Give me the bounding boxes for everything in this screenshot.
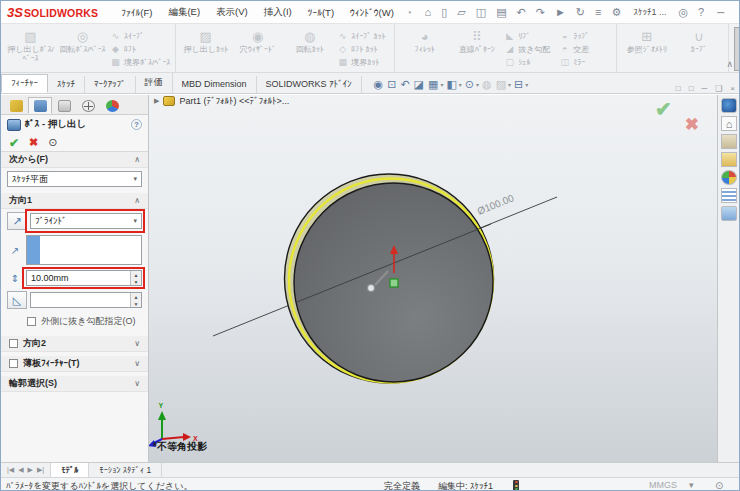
menu-tools[interactable]: ﾂｰﾙ(T)	[301, 4, 341, 21]
thin-feature-section-header[interactable]: 薄板ﾌｨｰﾁｬｰ(T) ∨	[1, 356, 148, 372]
nav-last-icon[interactable]: ▶|	[37, 466, 44, 474]
menu-insert[interactable]: 挿入(I)	[257, 3, 299, 22]
menu-view[interactable]: 表示(V)	[209, 3, 255, 22]
end-condition-combo[interactable]: ﾌﾞﾗｲﾝﾄﾞ ▾	[30, 213, 142, 229]
view-settings-dropdown-icon[interactable]: ▾	[525, 81, 528, 88]
draft-angle-spinner[interactable]: ▲▼	[30, 292, 142, 308]
revolve-boss-button[interactable]: ◎ 回転ﾎﾞｽ/ﾍﾞｰｽ	[58, 27, 107, 71]
menu-edit[interactable]: 編集(E)	[161, 3, 207, 22]
selected-contours-section-header[interactable]: 輪郭選択(S) ∨	[1, 376, 148, 392]
select-icon[interactable]: ►	[551, 5, 570, 19]
instant3d-button[interactable]: ⇲ Instant3D	[734, 27, 740, 71]
tab-motion-study[interactable]: ﾓｰｼｮﾝ ｽﾀﾃﾞｨ 1	[89, 463, 162, 477]
shell-button[interactable]: ▢ｼｪﾙ	[504, 56, 556, 68]
home-taskpane-icon[interactable]: ⌂	[721, 116, 737, 131]
extrude-cut-button[interactable]: ▨ 押し出しｶｯﾄ	[181, 27, 230, 71]
mirror-button[interactable]: ◫ﾐﾗｰ	[559, 56, 611, 68]
zoom-to-area-icon[interactable]: ⊡	[387, 78, 396, 91]
flyout-expand-icon[interactable]: ▶	[154, 97, 159, 105]
previous-view-icon[interactable]: ↶	[400, 78, 409, 91]
tab-evaluate[interactable]: 評価	[136, 73, 173, 93]
tab-configurationmanager[interactable]	[52, 97, 76, 114]
apply-scene-dropdown-icon[interactable]: ▾	[508, 81, 511, 88]
tab-propertymanager[interactable]	[28, 97, 52, 114]
loft-button[interactable]: ◆ﾛﾌﾄ	[110, 43, 170, 55]
hole-wizard-button[interactable]: ◉ 穴ｳｨｻﾞｰﾄﾞ	[233, 27, 282, 71]
doc-window-next-icon[interactable]: □	[685, 84, 698, 93]
view-settings-icon[interactable]: ⊟	[514, 78, 523, 91]
tab-mbd-dimension[interactable]: MBD Dimension	[173, 76, 257, 93]
user-account-icon[interactable]: ◎	[674, 5, 692, 20]
appearances-scenes-icon[interactable]	[721, 170, 737, 185]
flyout-tree-label[interactable]: Part1 (ﾃﾞﾌｫﾙﾄ) <<ﾃﾞﾌｫﾙﾄ>...	[179, 96, 289, 106]
ribbon-collapse-icon[interactable]: ∧	[726, 59, 733, 69]
apply-scene-icon[interactable]: ▨	[496, 78, 506, 91]
direction2-section-header[interactable]: 方向2 ∨	[1, 336, 148, 352]
draft-outward-checkbox[interactable]	[27, 317, 36, 326]
depth-spin-buttons[interactable]: ▲▼	[130, 271, 141, 285]
nav-prev-icon[interactable]: ◀	[18, 466, 23, 474]
doc-close-icon[interactable]: ×	[726, 84, 739, 93]
preview-eye-icon[interactable]: ⊙	[48, 136, 57, 149]
tab-displaymanager[interactable]	[100, 97, 124, 114]
menu-window[interactable]: ｳｨﾝﾄﾞｳ(W)	[343, 4, 401, 21]
rib-button[interactable]: ◣ﾘﾌﾞ	[504, 30, 556, 42]
flyout-feature-tree[interactable]: ▶ Part1 (ﾃﾞﾌｫﾙﾄ) <<ﾃﾞﾌｫﾙﾄ>...	[154, 96, 289, 106]
tab-markup[interactable]: ﾏｰｸｱｯﾌﾟ	[85, 76, 136, 93]
rebuild-icon[interactable]: ↻	[572, 5, 589, 20]
draft-toggle-button[interactable]: ◺	[7, 291, 27, 309]
reverse-direction-button[interactable]: ↗	[7, 212, 27, 230]
intersect-button[interactable]: ◓交差	[559, 43, 611, 55]
display-style-icon[interactable]: ◧	[446, 78, 456, 91]
diameter-dimension-text[interactable]: Ø100.00	[476, 192, 516, 217]
unit-system[interactable]: MMGS	[649, 480, 677, 490]
file-properties-icon[interactable]: ≡	[591, 5, 605, 19]
view-orientation-dropdown-icon[interactable]: ▾	[440, 81, 443, 88]
file-explorer-icon[interactable]	[721, 152, 737, 167]
redo-icon[interactable]: ↷	[532, 5, 549, 20]
from-combo[interactable]: ｽｹｯﾁ平面 ▾	[7, 171, 142, 187]
extrude-boss-button[interactable]: ▧ 押し出しﾎﾞｽ/ﾍﾞｰｽ	[6, 27, 55, 71]
doc-minimize-icon[interactable]: ─	[697, 84, 711, 93]
section-view-icon[interactable]: ◪	[414, 78, 424, 91]
status-tag-icon[interactable]: ⊙	[715, 480, 723, 491]
from-section-header[interactable]: 次から(F) ∧	[1, 152, 148, 168]
direction-reference-listbox[interactable]	[26, 235, 142, 265]
graphics-area[interactable]: Ø100.00 Y X	[149, 95, 717, 462]
view-orientation-icon[interactable]: ▦	[428, 78, 438, 91]
direction2-checkbox[interactable]	[9, 339, 18, 348]
boundary-boss-button[interactable]: ▩境界ﾎﾞｽ/ﾍﾞｰｽ	[110, 56, 170, 68]
cancel-feature-button[interactable]: ✖	[29, 136, 38, 149]
tab-solidworks-addins[interactable]: SOLIDWORKS ｱﾄﾞｲﾝ	[257, 76, 362, 93]
sweep-button[interactable]: ∿ｽｲｰﾌﾟ	[110, 30, 170, 42]
draft-button[interactable]: ◢抜き勾配	[504, 43, 556, 55]
thin-feature-checkbox[interactable]	[9, 359, 18, 368]
tab-sketch[interactable]: ｽｹｯﾁ	[48, 76, 85, 93]
confirm-ok-icon[interactable]: ✔	[655, 97, 672, 121]
tab-dimxpertmanager[interactable]	[76, 97, 100, 114]
hide-show-items-icon[interactable]: ⊙	[465, 78, 474, 91]
doc-restore-icon[interactable]: ❑	[711, 84, 726, 93]
minimize-button[interactable]: ─	[710, 6, 731, 19]
options-icon[interactable]: ⚙	[608, 5, 626, 20]
nav-first-icon[interactable]: |◀	[7, 466, 14, 474]
fillet-button[interactable]: ◕ ﾌｨﾚｯﾄ	[400, 27, 449, 71]
draft-spin-buttons[interactable]: ▲▼	[130, 293, 141, 307]
new-document-icon[interactable]: ▯	[437, 5, 451, 20]
open-icon[interactable]: ▱	[453, 5, 469, 20]
depth-spinner[interactable]: 10.00mm ▲▼	[26, 270, 142, 286]
ok-button[interactable]: ✔	[9, 136, 19, 150]
print-icon[interactable]: ▤	[492, 5, 510, 20]
wrap-button[interactable]: ◒ﾗｯﾌﾟ	[559, 30, 611, 42]
undo-icon[interactable]: ↶	[513, 5, 530, 20]
boundary-cut-button[interactable]: ▦境界ｶｯﾄ	[337, 56, 389, 68]
loft-cut-button[interactable]: ◇ﾛﾌﾄ ｶｯﾄ	[337, 43, 389, 55]
reference-geometry-button[interactable]: ⊞ 参照ｼﾞｵﾒﾄﾘ	[622, 27, 671, 71]
zoom-to-fit-icon[interactable]: ◉	[374, 78, 384, 91]
help-icon[interactable]: ?	[694, 5, 708, 19]
menu-file[interactable]: ﾌｧｲﾙ(F)	[114, 4, 159, 21]
curves-button[interactable]: ∪ ｶｰﾌﾞ	[674, 27, 723, 71]
tab-features[interactable]: ﾌｨｰﾁｬｰ	[1, 74, 48, 93]
display-style-dropdown-icon[interactable]: ▾	[459, 81, 462, 88]
solidworks-resources-icon[interactable]	[721, 98, 737, 113]
